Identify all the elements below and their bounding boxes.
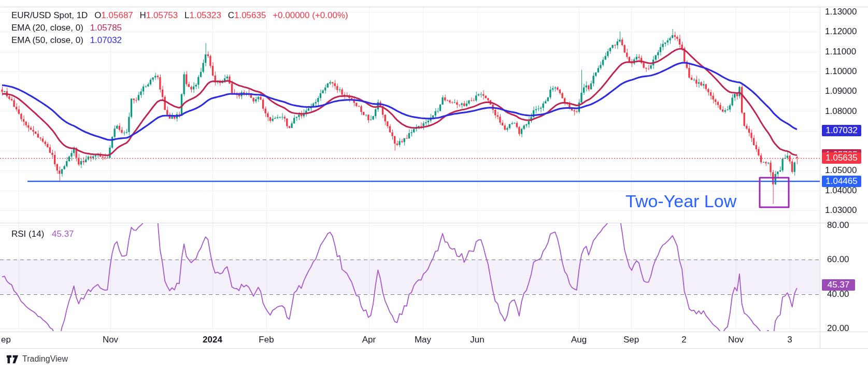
rsi-tick-label: 60.00 — [827, 255, 863, 264]
high-value: 1.05753 — [146, 10, 178, 20]
ema50-label: EMA (50, close, 0) — [11, 35, 83, 45]
time-tick-label: ep — [1, 335, 11, 345]
rsi-value: 45.37 — [52, 229, 74, 239]
two-year-low-label[interactable]: Two-Year Low — [625, 191, 736, 211]
ema50-legend-row[interactable]: EMA (50, close, 0) 1.07032 — [11, 34, 348, 47]
price-tick-label: 1.09000 — [825, 87, 865, 96]
time-tick-label: Aug — [571, 335, 587, 345]
tradingview-chart: EUR/USD Spot, 1D O1.05687 H1.05753 L1.05… — [0, 0, 868, 372]
rsi-tick-label: 40.00 — [827, 290, 863, 299]
axis-badge-45.37: 45.37 — [822, 279, 855, 291]
axis-badge-1.05635: 1.05635 — [822, 152, 861, 164]
high-key: H — [140, 10, 146, 20]
time-tick-label: 2 — [681, 335, 686, 345]
tradingview-logo[interactable]: TradingView — [6, 354, 68, 364]
ema50-value: 1.07032 — [90, 35, 122, 45]
rsi-tick-label: 20.00 — [827, 324, 863, 333]
low-value: 1.05323 — [189, 10, 221, 20]
ema20-value: 1.05785 — [90, 23, 122, 33]
time-tick-label: Nov — [728, 335, 744, 345]
tradingview-logo-icon — [6, 355, 19, 364]
axis-badge-1.07032: 1.07032 — [822, 125, 861, 136]
price-chart-canvas[interactable] — [0, 0, 868, 372]
time-tick-label: Apr — [362, 335, 376, 345]
rsi-tick-label: 80.00 — [827, 221, 863, 230]
time-tick-label: Feb — [259, 335, 274, 345]
time-tick-label: 2024 — [203, 335, 222, 345]
symbol-title: EUR/USD Spot, 1D — [11, 10, 88, 20]
time-tick-label: May — [415, 335, 431, 345]
price-tick-label: 1.13000 — [825, 7, 865, 17]
time-tick-label: Jun — [470, 335, 484, 345]
price-tick-label: 1.11000 — [825, 47, 865, 56]
price-tick-label: 1.08000 — [825, 107, 865, 116]
ema20-legend-row[interactable]: EMA (20, close, 0) 1.05785 — [11, 22, 348, 34]
time-tick-label: 3 — [787, 335, 792, 345]
price-tick-label: 1.03000 — [825, 206, 865, 215]
price-tick-label: 1.05000 — [825, 166, 865, 175]
rsi-legend[interactable]: RSI (14) 45.37 — [11, 228, 74, 240]
close-key: C — [228, 10, 234, 20]
price-tick-label: 1.12000 — [825, 27, 865, 36]
open-value: 1.05687 — [101, 10, 133, 20]
rsi-label: RSI (14) — [11, 229, 44, 239]
change-value: +0.00000 (+0.00%) — [273, 10, 348, 20]
axis-badge-1.04465: 1.04465 — [822, 176, 861, 187]
open-key: O — [94, 10, 101, 20]
tradingview-logo-text: TradingView — [22, 354, 68, 364]
ohlc-row: EUR/USD Spot, 1D O1.05687 H1.05753 L1.05… — [11, 9, 348, 22]
close-value: 1.05635 — [234, 10, 266, 20]
time-tick-label: Nov — [103, 335, 118, 345]
price-tick-label: 1.04000 — [825, 186, 865, 195]
time-tick-label: Sep — [623, 335, 639, 345]
symbol-legend[interactable]: EUR/USD Spot, 1D O1.05687 H1.05753 L1.05… — [11, 9, 348, 47]
price-tick-label: 1.10000 — [825, 67, 865, 76]
ema20-label: EMA (20, close, 0) — [11, 23, 83, 33]
